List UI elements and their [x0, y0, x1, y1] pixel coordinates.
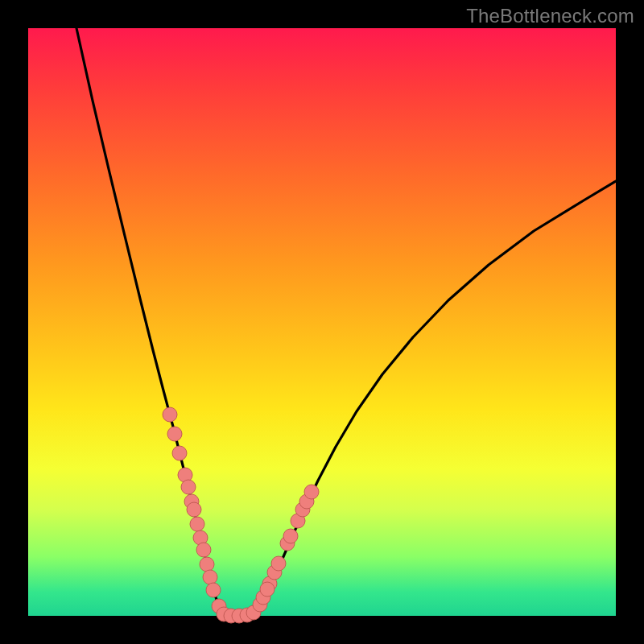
highlight-dot [203, 570, 217, 584]
highlight-dot [271, 556, 286, 571]
highlight-dot [167, 427, 182, 441]
highlight-dot [187, 502, 201, 517]
bottleneck-curve [28, 28, 616, 616]
highlight-dot [196, 543, 211, 557]
highlight-dots-group [163, 407, 319, 623]
highlight-dot [181, 480, 196, 494]
watermark-text: TheBottleneck.com [466, 5, 634, 27]
highlight-dot [200, 557, 214, 572]
chart-frame: TheBottleneck.com [0, 0, 644, 644]
highlight-dot [172, 446, 187, 460]
curve-right-branch [254, 181, 616, 614]
plot-area [28, 28, 616, 616]
highlight-dot [190, 517, 204, 531]
highlight-dot [283, 529, 298, 543]
highlight-dot [206, 583, 221, 597]
highlight-dot [260, 582, 275, 597]
highlight-dot [304, 485, 319, 499]
highlight-dot [163, 407, 177, 422]
